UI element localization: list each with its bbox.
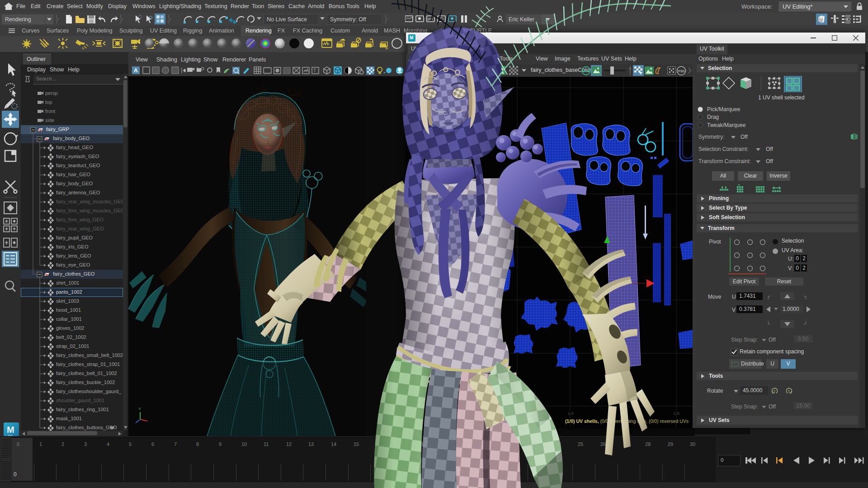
svg-text:A: A — [134, 67, 138, 74]
svg-text:Y: Y — [138, 407, 141, 411]
svg-text:5: 5 — [788, 389, 790, 393]
svg-text:5: 5 — [774, 389, 775, 393]
